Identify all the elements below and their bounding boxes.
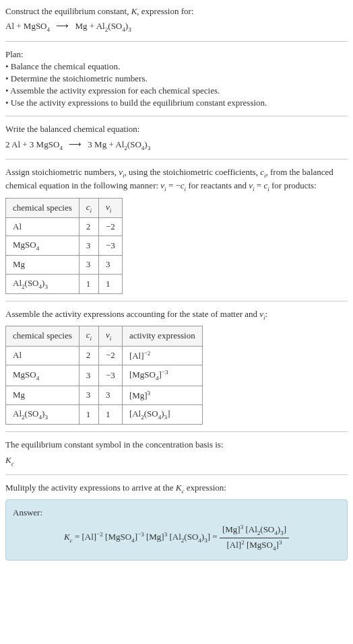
col-ci: ci <box>79 198 98 217</box>
symbol-intro: The equilibrium constant symbol in the c… <box>5 439 348 451</box>
balanced-section: Write the balanced chemical equation: 2 … <box>5 123 348 152</box>
plan-item: • Balance the chemical equation. <box>5 61 348 73</box>
divider <box>5 474 348 475</box>
prompt-prefix: Construct the equilibrium constant, <box>5 6 131 16</box>
table-row: MgSO4 3 −3 [MgSO4]−3 <box>6 365 203 386</box>
symbol-section: The equilibrium constant symbol in the c… <box>5 439 348 468</box>
multiply-section: Mulitply the activity expressions to arr… <box>5 482 348 561</box>
fraction: [Mg]3 [Al2(SO4)3][Al]2 [MgSO4]3 <box>220 523 289 552</box>
plan-section: Plan: • Balance the chemical equation. •… <box>5 48 348 110</box>
stoich-intro: Assign stoichiometric numbers, νi, using… <box>5 166 348 194</box>
col-species: chemical species <box>6 326 79 346</box>
col-ci: ci <box>79 326 98 346</box>
answer-label: Answer: <box>13 507 340 519</box>
divider <box>5 431 348 432</box>
prompt-text: Construct the equilibrium constant, K, e… <box>5 5 348 17</box>
prompt-suffix: , expression for: <box>137 6 193 16</box>
table-header-row: chemical species ci νi activity expressi… <box>6 326 203 346</box>
activity-section: Assemble the activity expressions accoun… <box>5 308 348 425</box>
balanced-equation: 2 Al + 3 MgSO4 ⟶ 3 Mg + Al2(SO4)3 <box>5 139 348 152</box>
col-species: chemical species <box>6 198 79 217</box>
table-row: Al 2 −2 [Al]−2 <box>6 346 203 365</box>
balanced-intro: Write the balanced chemical equation: <box>5 123 348 135</box>
table-row: Al2(SO4)3 1 1 [Al2(SO4)3] <box>6 405 203 425</box>
prompt-section: Construct the equilibrium constant, K, e… <box>5 5 348 34</box>
kc-symbol: Kc <box>5 454 348 468</box>
activity-intro: Assemble the activity expressions accoun… <box>5 308 348 322</box>
divider <box>5 159 348 159</box>
arrow-icon: ⟶ <box>56 20 69 32</box>
table-header-row: chemical species ci νi <box>6 198 123 217</box>
table-row: Mg 3 3 <box>6 256 123 274</box>
unbalanced-equation: Al + MgSO4 ⟶ Mg + Al2(SO4)3 <box>5 20 348 34</box>
plan-header: Plan: <box>5 48 348 61</box>
plan-item: • Use the activity expressions to build … <box>5 97 348 109</box>
col-activity: activity expression <box>122 326 202 346</box>
stoich-table: chemical species ci νi Al 2 −2 MgSO4 3 −… <box>5 198 123 294</box>
plan-item: • Determine the stoichiometric numbers. <box>5 73 348 85</box>
table-row: Mg 3 3 [Mg]3 <box>6 386 203 405</box>
divider <box>5 41 348 42</box>
plan-item: • Assemble the activity expression for e… <box>5 85 348 97</box>
stoich-section: Assign stoichiometric numbers, νi, using… <box>5 166 348 294</box>
col-nui: νi <box>99 198 123 217</box>
table-row: Al2(SO4)3 1 1 <box>6 274 123 293</box>
activity-table: chemical species ci νi activity expressi… <box>5 326 203 425</box>
arrow-icon: ⟶ <box>69 139 82 151</box>
kc-expression: Kc = [Al]−2 [MgSO4]−3 [Mg]3 [Al2(SO4)3] … <box>13 523 340 552</box>
answer-box: Answer: Kc = [Al]−2 [MgSO4]−3 [Mg]3 [Al2… <box>5 499 348 560</box>
multiply-intro: Mulitply the activity expressions to arr… <box>5 482 348 495</box>
col-nui: νi <box>99 326 123 346</box>
table-row: MgSO4 3 −3 <box>6 236 123 256</box>
divider <box>5 116 348 116</box>
divider <box>5 301 348 301</box>
table-row: Al 2 −2 <box>6 217 123 236</box>
